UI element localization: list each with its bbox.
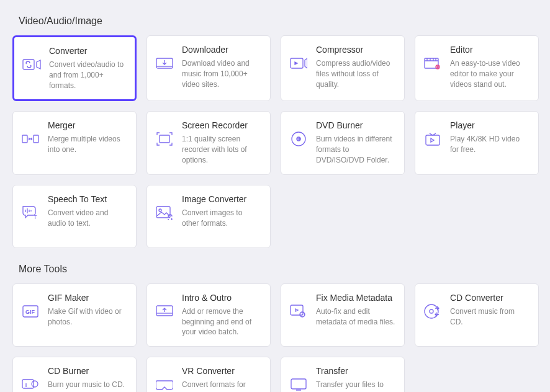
player-icon bbox=[423, 129, 443, 149]
screen-recorder-icon bbox=[155, 129, 174, 149]
more-tools-grid: GIF GIF Maker Make Gif with video or pho… bbox=[12, 283, 538, 392]
section-title-more-tools: More Tools bbox=[19, 264, 538, 275]
tool-card-editor[interactable]: Editor An easy-to-use video editor to ma… bbox=[415, 35, 539, 101]
card-desc: 1:1 quality screen recorder with lots of… bbox=[182, 134, 261, 165]
card-title: Speech To Text bbox=[48, 194, 127, 204]
card-desc: Convert video/audio to and from 1,000+ f… bbox=[49, 60, 126, 91]
svg-text:T: T bbox=[34, 214, 37, 220]
tool-card-merger[interactable]: Merger Merge multiple videos into one. bbox=[12, 111, 137, 174]
card-desc: Add or remove the beginning and end of y… bbox=[182, 306, 261, 337]
svg-rect-3 bbox=[425, 58, 438, 68]
svg-text:GIF: GIF bbox=[25, 309, 35, 315]
intro-outro-icon bbox=[155, 301, 174, 321]
card-title: Image Converter bbox=[182, 194, 261, 204]
card-desc: Convert music from CD. bbox=[450, 306, 530, 327]
tool-card-transfer[interactable]: Transfer Transfer your files to bbox=[281, 357, 405, 392]
svg-point-13 bbox=[159, 209, 161, 212]
card-title: Downloader bbox=[182, 45, 261, 55]
svg-point-19 bbox=[425, 305, 438, 318]
gif-maker-icon: GIF bbox=[20, 301, 40, 321]
card-title: DVD Burner bbox=[316, 120, 395, 130]
tool-card-player[interactable]: Player Play 4K/8K HD video for free. bbox=[415, 111, 539, 174]
dvd-burner-icon bbox=[289, 129, 309, 149]
svg-rect-7 bbox=[160, 135, 169, 143]
tool-card-compressor[interactable]: Compressor Compress audio/video files wi… bbox=[281, 35, 405, 101]
card-desc: Convert formats for bbox=[182, 380, 261, 390]
card-title: CD Burner bbox=[48, 366, 127, 376]
card-title: Compressor bbox=[316, 45, 395, 55]
video-audio-image-grid: Converter Convert video/audio to and fro… bbox=[12, 35, 538, 248]
section-title-video-audio-image: Video/Audio/Image bbox=[19, 16, 538, 27]
card-desc: Compress audio/video files without loss … bbox=[316, 58, 395, 89]
card-desc: Convert video and audio to text. bbox=[48, 208, 127, 229]
card-desc: Download video and music from 10,000+ vi… bbox=[182, 58, 261, 89]
tool-card-cd-converter[interactable]: CD Converter Convert music from CD. bbox=[415, 283, 539, 347]
card-desc: Transfer your files to bbox=[316, 380, 395, 390]
editor-icon bbox=[423, 53, 443, 73]
card-title: Intro & Outro bbox=[182, 293, 261, 303]
cd-converter-icon bbox=[423, 301, 443, 321]
cd-burner-icon bbox=[20, 375, 40, 392]
svg-point-20 bbox=[430, 310, 433, 313]
card-desc: Play 4K/8K HD video for free. bbox=[450, 134, 530, 155]
card-desc: Auto-fix and edit metadata of media file… bbox=[316, 306, 395, 327]
card-title: Transfer bbox=[316, 366, 395, 376]
tool-card-speech-to-text[interactable]: T Speech To Text Convert video and audio… bbox=[12, 185, 137, 248]
card-desc: Make Gif with video or photos. bbox=[48, 306, 127, 327]
tool-card-gif-maker[interactable]: GIF GIF Maker Make Gif with video or pho… bbox=[12, 283, 137, 347]
card-desc: Merge multiple videos into one. bbox=[48, 134, 127, 155]
compressor-icon bbox=[289, 53, 309, 73]
tool-card-dvd-burner[interactable]: DVD Burner Burn videos in different form… bbox=[281, 111, 405, 174]
svg-point-18 bbox=[300, 312, 305, 317]
transfer-icon bbox=[289, 375, 309, 392]
card-desc: An easy-to-use video editor to make your… bbox=[450, 58, 530, 89]
card-title: Player bbox=[450, 120, 530, 130]
card-title: GIF Maker bbox=[48, 293, 127, 303]
card-title: Merger bbox=[48, 120, 127, 130]
svg-rect-10 bbox=[426, 135, 440, 145]
merger-icon bbox=[20, 129, 40, 149]
fix-metadata-icon bbox=[289, 301, 309, 321]
image-converter-icon bbox=[155, 203, 174, 223]
tool-card-intro-outro[interactable]: Intro & Outro Add or remove the beginnin… bbox=[147, 283, 271, 347]
svg-rect-17 bbox=[291, 305, 303, 315]
tool-card-downloader[interactable]: Downloader Download video and music from… bbox=[147, 35, 271, 101]
svg-rect-0 bbox=[23, 60, 34, 69]
downloader-icon bbox=[155, 53, 174, 73]
card-title: Converter bbox=[49, 46, 126, 56]
card-desc: Burn your music to CD. bbox=[48, 380, 127, 390]
svg-rect-5 bbox=[22, 135, 27, 143]
card-title: CD Converter bbox=[450, 293, 530, 303]
card-title: Screen Recorder bbox=[182, 120, 261, 130]
tool-card-cd-burner[interactable]: CD Burner Burn your music to CD. bbox=[12, 357, 137, 392]
vr-converter-icon bbox=[155, 375, 174, 392]
card-desc: Convert images to other formats. bbox=[182, 208, 261, 229]
tool-card-fix-media-metadata[interactable]: Fix Media Metadata Auto-fix and edit met… bbox=[281, 283, 405, 347]
svg-rect-6 bbox=[34, 135, 38, 143]
tool-card-image-converter[interactable]: Image Converter Convert images to other … bbox=[147, 185, 271, 248]
converter-icon bbox=[22, 55, 42, 74]
card-title: Fix Media Metadata bbox=[316, 293, 395, 303]
tool-card-screen-recorder[interactable]: Screen Recorder 1:1 quality screen recor… bbox=[147, 111, 271, 174]
tool-card-converter[interactable]: Converter Convert video/audio to and fro… bbox=[12, 35, 137, 101]
svg-rect-22 bbox=[291, 379, 306, 389]
card-title: VR Converter bbox=[182, 366, 261, 376]
tool-card-vr-converter[interactable]: VR Converter Convert formats for bbox=[147, 357, 271, 392]
speech-to-text-icon: T bbox=[20, 203, 40, 223]
card-desc: Burn videos in different formats to DVD/… bbox=[316, 134, 395, 165]
card-title: Editor bbox=[450, 45, 530, 55]
